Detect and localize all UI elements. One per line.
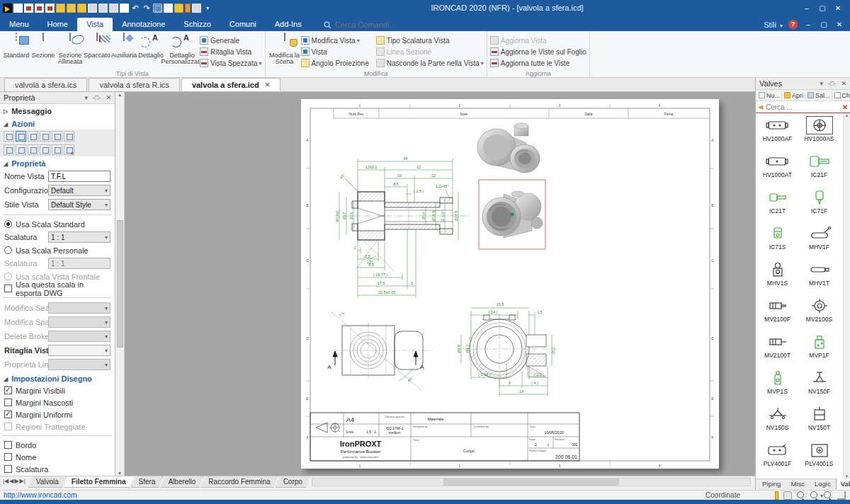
catalog-item[interactable]: MV2100F [756,295,798,331]
scalatura-select[interactable]: 1 : 1▾ [48,231,110,243]
catalog-item[interactable]: MHV1F [798,223,840,259]
sheet-tab-alberello[interactable]: Alberello [160,476,203,488]
sezione-button[interactable]: Sezione [30,33,57,69]
tab-schizzo[interactable]: Schizzo [174,18,220,31]
nome-checkbox[interactable]: Nome [0,451,115,463]
copy-view-icon[interactable] [52,144,62,155]
catalog-item[interactable]: NV150F [798,367,840,403]
ruler-icon[interactable] [775,491,778,500]
catalog-item[interactable]: MHV1S [756,259,798,295]
usa-scala-personale-radio[interactable]: Usa Scala Personale [0,244,115,256]
copy-icon[interactable] [120,4,129,13]
move-view-icon[interactable] [40,144,50,155]
catalog-item[interactable]: PLV4001F [756,440,798,476]
mdi-restore-button[interactable]: ▢ [819,21,829,28]
standard-view-button[interactable]: Standard [3,33,30,69]
esporta-dwg-checkbox[interactable]: Usa questa scala in esporta DWG [0,282,115,294]
minimize-button[interactable]: – [802,4,812,12]
fit-view-icon[interactable] [4,144,14,155]
tab-comuni[interactable]: Comuni [220,18,266,31]
scroll-up-icon[interactable]: ▲ [118,92,123,97]
iso-view-selected[interactable] [479,180,545,249]
catalog-tab-logic[interactable]: Logic [810,478,836,490]
tab-annotazione[interactable]: Annotazione [113,18,174,31]
delete-view-icon[interactable] [64,144,74,155]
catalog-search-input[interactable] [766,103,840,111]
catalog-open-button[interactable]: Apri [783,92,805,99]
nascondi-parte-button[interactable]: Nasconde la Parte nella Vista▾ [376,57,484,69]
hatch-view-icon[interactable] [28,144,38,155]
side-view[interactable]: A A 45° 7.5 [327,311,433,391]
spaccato-button[interactable]: Spaccato [84,33,110,69]
catalog-item[interactable]: IC71S [756,223,798,259]
canvas-vertical-scrollbar[interactable]: ▲ ▼ [115,92,125,476]
prev-sheet-icon[interactable]: ◀ [9,478,13,484]
catalog-item[interactable]: MVP1S [756,367,798,403]
iso-view-top[interactable] [477,123,540,173]
catalog-item[interactable]: NV150T [798,403,840,440]
catalog-scrollbar[interactable]: ▲▼ [843,113,850,479]
stile-vista-select[interactable]: Default Style▾ [48,199,110,210]
viewport-grid-icon[interactable] [153,4,162,13]
command-search[interactable] [324,21,420,31]
tab-home[interactable]: Home [38,18,77,31]
scroll-thumb[interactable] [443,479,618,486]
catalog-item[interactable]: MV2100T [756,331,798,367]
back-view[interactable]: 15.5 ( 14 ) 1.5 Ø9.8 Ø9.7 Ø11 ( 2.04 ) (… [457,302,558,396]
aggiorna-tutte-button[interactable]: Aggiorna tutte le Viste [490,57,586,69]
command-search-input[interactable] [335,21,420,29]
dettaglio-button[interactable]: Dettaglio [137,33,164,69]
print-icon[interactable] [109,4,118,13]
tab-menu[interactable]: Menu [0,18,38,31]
doc-tab-icd[interactable]: valvola a sfera.icd✕ [181,78,280,91]
margini-nascosti-checkbox[interactable]: Margini Nascosti [0,396,115,408]
qat-more-icon[interactable]: ▾ [203,4,212,13]
canvas-horizontal-scrollbar[interactable] [312,478,751,486]
clear-search-icon[interactable]: ✕ [840,103,850,111]
stili-menu[interactable]: Stili ▾ [764,21,783,29]
scroll-down-icon[interactable]: ▼ [118,471,123,476]
panel-menu-icon[interactable]: ▾ [84,94,88,101]
maximize-button[interactable]: ▢ [817,4,827,12]
sheet-tab-sfera[interactable]: Sfera [131,476,164,488]
section-azioni[interactable]: ◢Azioni [0,118,115,130]
catalog-close-button[interactable]: Chi... [833,92,850,99]
tab-addins[interactable]: Add-Ins [266,18,311,31]
pan-icon[interactable] [783,491,792,500]
ironcad-link[interactable]: http://www.ironcad.com [4,491,76,499]
zoom-options-icon[interactable]: ▾ [810,491,819,500]
catalog-item[interactable]: HV1000AT [756,151,798,187]
section-view[interactable]: 34 12±0.1 22 10 12 8.5 ( 1.5 ) 1.2x45° 4… [335,156,472,298]
catalog-item[interactable]: MVP1F [798,331,840,367]
app-logo-icon[interactable] [3,4,12,13]
close-button[interactable]: ✕ [833,4,843,12]
catalog-close-icon[interactable]: ✕ [841,80,846,87]
ausiliaria-button[interactable]: Ausiliaria [110,33,137,69]
undo-icon[interactable]: ↶ [130,4,140,13]
sheet-tab-corpo[interactable]: Corpo [276,476,310,488]
first-sheet-icon[interactable]: |◀ [3,478,8,484]
catalog-item[interactable]: IC21T [756,187,798,223]
angolo-proiezione-button[interactable]: Angolo Proiezione [301,57,369,69]
vista-spezzata-button[interactable]: Vista Spezzata▾ [200,57,262,69]
nome-vista-input[interactable] [48,171,110,182]
modifica-scena-button[interactable]: Modifica la Scena [268,33,301,69]
new-scene-icon[interactable] [24,4,33,13]
export-folder-icon[interactable] [77,4,86,13]
open-folder-icon[interactable] [56,4,65,13]
doc-tab-rics[interactable]: valvola a sfera R.ics [89,78,179,91]
catalog-item[interactable]: NV150S [756,403,798,440]
catalog-tab-misc[interactable]: Misc [786,478,810,490]
save-copy-icon[interactable] [98,4,108,13]
pin-icon[interactable]: -□- [828,80,836,87]
import-folder-icon[interactable] [67,4,76,13]
mdi-minimize-button[interactable]: – [803,21,813,28]
sheet-tab-raccordo-femmina[interactable]: Raccordo Femmina [200,476,278,488]
catalog-item[interactable]: MV2100S [798,295,840,331]
bordo-checkbox[interactable]: Bordo [0,439,115,451]
select-view-icon[interactable] [16,131,26,142]
measure-tool-icon[interactable] [185,4,191,13]
rotate-left-icon[interactable] [52,131,62,142]
sezione-allineata-button[interactable]: Sezione Allineata [57,33,84,69]
panel-close-icon[interactable]: ✕ [106,94,111,101]
